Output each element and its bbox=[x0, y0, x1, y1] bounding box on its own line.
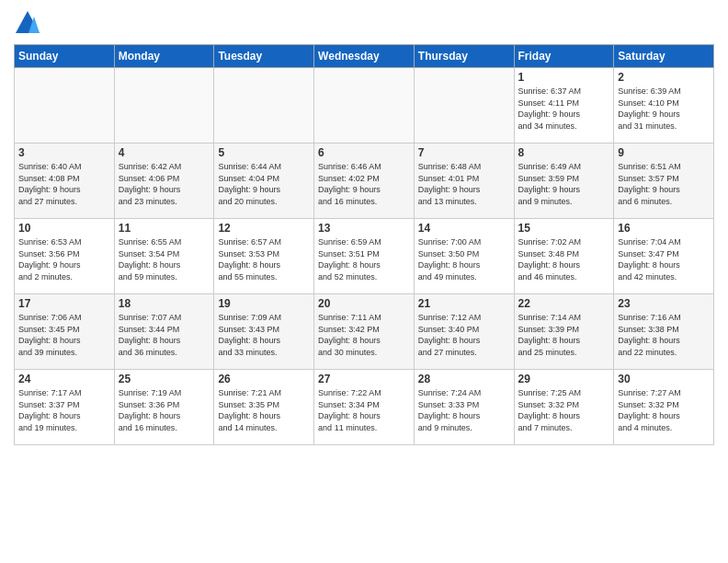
calendar-cell: 15Sunrise: 7:02 AM Sunset: 3:48 PM Dayli… bbox=[514, 219, 614, 294]
day-info: Sunrise: 7:25 AM Sunset: 3:32 PM Dayligh… bbox=[518, 387, 610, 433]
day-number: 7 bbox=[418, 146, 510, 159]
day-number: 17 bbox=[18, 297, 110, 310]
calendar-cell: 12Sunrise: 6:57 AM Sunset: 3:53 PM Dayli… bbox=[214, 219, 314, 294]
day-number: 6 bbox=[318, 146, 410, 159]
calendar-cell: 21Sunrise: 7:12 AM Sunset: 3:40 PM Dayli… bbox=[414, 294, 514, 370]
day-info: Sunrise: 7:07 AM Sunset: 3:44 PM Dayligh… bbox=[119, 312, 210, 358]
day-number: 13 bbox=[318, 222, 410, 235]
weekday-header-row: SundayMondayTuesdayWednesdayThursdayFrid… bbox=[15, 45, 714, 68]
day-info: Sunrise: 7:21 AM Sunset: 3:35 PM Dayligh… bbox=[218, 387, 310, 433]
day-number: 2 bbox=[618, 71, 710, 84]
week-row-4: 17Sunrise: 7:06 AM Sunset: 3:45 PM Dayli… bbox=[15, 294, 714, 370]
day-number: 1 bbox=[518, 71, 610, 84]
day-info: Sunrise: 6:57 AM Sunset: 3:53 PM Dayligh… bbox=[218, 236, 310, 282]
day-info: Sunrise: 6:55 AM Sunset: 3:54 PM Dayligh… bbox=[119, 236, 210, 282]
calendar-cell bbox=[114, 68, 214, 144]
calendar-cell: 4Sunrise: 6:42 AM Sunset: 4:06 PM Daylig… bbox=[114, 144, 214, 219]
day-info: Sunrise: 7:22 AM Sunset: 3:34 PM Dayligh… bbox=[318, 387, 410, 433]
calendar-cell: 6Sunrise: 6:46 AM Sunset: 4:02 PM Daylig… bbox=[314, 144, 415, 219]
day-number: 25 bbox=[119, 373, 210, 385]
calendar-cell: 10Sunrise: 6:53 AM Sunset: 3:56 PM Dayli… bbox=[15, 219, 115, 294]
day-info: Sunrise: 6:44 AM Sunset: 4:04 PM Dayligh… bbox=[218, 161, 310, 207]
day-number: 15 bbox=[518, 222, 610, 235]
calendar-cell bbox=[414, 68, 514, 144]
day-info: Sunrise: 6:48 AM Sunset: 4:01 PM Dayligh… bbox=[418, 161, 510, 207]
day-number: 18 bbox=[119, 297, 210, 310]
calendar-cell: 13Sunrise: 6:59 AM Sunset: 3:51 PM Dayli… bbox=[314, 219, 415, 294]
day-number: 22 bbox=[518, 297, 610, 310]
week-row-5: 24Sunrise: 7:17 AM Sunset: 3:37 PM Dayli… bbox=[15, 370, 714, 445]
calendar-cell: 20Sunrise: 7:11 AM Sunset: 3:42 PM Dayli… bbox=[314, 294, 415, 370]
day-number: 20 bbox=[318, 297, 410, 310]
day-number: 9 bbox=[618, 146, 710, 159]
day-info: Sunrise: 7:04 AM Sunset: 3:47 PM Dayligh… bbox=[618, 236, 710, 282]
calendar-cell: 26Sunrise: 7:21 AM Sunset: 3:35 PM Dayli… bbox=[214, 370, 314, 445]
calendar-cell: 28Sunrise: 7:24 AM Sunset: 3:33 PM Dayli… bbox=[414, 370, 514, 445]
calendar-cell bbox=[314, 68, 415, 144]
day-number: 28 bbox=[418, 373, 510, 385]
day-number: 30 bbox=[618, 373, 710, 385]
day-number: 27 bbox=[318, 373, 410, 385]
day-info: Sunrise: 7:00 AM Sunset: 3:50 PM Dayligh… bbox=[418, 236, 510, 282]
calendar-cell: 29Sunrise: 7:25 AM Sunset: 3:32 PM Dayli… bbox=[514, 370, 614, 445]
day-number: 19 bbox=[218, 297, 310, 310]
day-info: Sunrise: 7:06 AM Sunset: 3:45 PM Dayligh… bbox=[18, 312, 110, 358]
day-info: Sunrise: 7:27 AM Sunset: 3:32 PM Dayligh… bbox=[618, 387, 710, 433]
calendar-cell: 30Sunrise: 7:27 AM Sunset: 3:32 PM Dayli… bbox=[614, 370, 714, 445]
day-number: 26 bbox=[218, 373, 310, 385]
day-info: Sunrise: 7:02 AM Sunset: 3:48 PM Dayligh… bbox=[518, 236, 610, 282]
day-number: 5 bbox=[218, 146, 310, 159]
day-info: Sunrise: 7:16 AM Sunset: 3:38 PM Dayligh… bbox=[618, 312, 710, 358]
day-info: Sunrise: 7:24 AM Sunset: 3:33 PM Dayligh… bbox=[418, 387, 510, 433]
day-number: 3 bbox=[18, 146, 110, 159]
calendar-cell bbox=[15, 68, 115, 144]
calendar-cell: 23Sunrise: 7:16 AM Sunset: 3:38 PM Dayli… bbox=[614, 294, 714, 370]
calendar-cell: 19Sunrise: 7:09 AM Sunset: 3:43 PM Dayli… bbox=[214, 294, 314, 370]
day-info: Sunrise: 6:59 AM Sunset: 3:51 PM Dayligh… bbox=[318, 236, 410, 282]
day-info: Sunrise: 6:40 AM Sunset: 4:08 PM Dayligh… bbox=[18, 161, 110, 207]
calendar-cell: 3Sunrise: 6:40 AM Sunset: 4:08 PM Daylig… bbox=[15, 144, 115, 219]
day-number: 24 bbox=[18, 373, 110, 385]
calendar-cell: 9Sunrise: 6:51 AM Sunset: 3:57 PM Daylig… bbox=[614, 144, 714, 219]
weekday-header-tuesday: Tuesday bbox=[214, 45, 314, 68]
day-info: Sunrise: 7:12 AM Sunset: 3:40 PM Dayligh… bbox=[418, 312, 510, 358]
calendar-cell: 18Sunrise: 7:07 AM Sunset: 3:44 PM Dayli… bbox=[114, 294, 214, 370]
day-number: 29 bbox=[518, 373, 610, 385]
page: SundayMondayTuesdayWednesdayThursdayFrid… bbox=[0, 0, 728, 563]
calendar-cell: 8Sunrise: 6:49 AM Sunset: 3:59 PM Daylig… bbox=[514, 144, 614, 219]
calendar-table: SundayMondayTuesdayWednesdayThursdayFrid… bbox=[14, 44, 714, 445]
calendar-cell: 1Sunrise: 6:37 AM Sunset: 4:11 PM Daylig… bbox=[514, 68, 614, 144]
day-number: 21 bbox=[418, 297, 510, 310]
week-row-2: 3Sunrise: 6:40 AM Sunset: 4:08 PM Daylig… bbox=[15, 144, 714, 219]
calendar-cell: 27Sunrise: 7:22 AM Sunset: 3:34 PM Dayli… bbox=[314, 370, 415, 445]
day-number: 11 bbox=[119, 222, 210, 235]
weekday-header-saturday: Saturday bbox=[614, 45, 714, 68]
calendar-cell bbox=[214, 68, 314, 144]
day-number: 10 bbox=[18, 222, 110, 235]
calendar-cell: 17Sunrise: 7:06 AM Sunset: 3:45 PM Dayli… bbox=[15, 294, 115, 370]
weekday-header-monday: Monday bbox=[114, 45, 214, 68]
calendar-cell: 2Sunrise: 6:39 AM Sunset: 4:10 PM Daylig… bbox=[614, 68, 714, 144]
day-number: 12 bbox=[218, 222, 310, 235]
day-info: Sunrise: 7:17 AM Sunset: 3:37 PM Dayligh… bbox=[18, 387, 110, 433]
day-info: Sunrise: 7:11 AM Sunset: 3:42 PM Dayligh… bbox=[318, 312, 410, 358]
day-number: 4 bbox=[119, 146, 210, 159]
logo-icon bbox=[14, 9, 41, 37]
day-info: Sunrise: 6:37 AM Sunset: 4:11 PM Dayligh… bbox=[518, 86, 610, 132]
day-info: Sunrise: 6:46 AM Sunset: 4:02 PM Dayligh… bbox=[318, 161, 410, 207]
calendar-cell: 25Sunrise: 7:19 AM Sunset: 3:36 PM Dayli… bbox=[114, 370, 214, 445]
calendar-cell: 16Sunrise: 7:04 AM Sunset: 3:47 PM Dayli… bbox=[614, 219, 714, 294]
day-number: 8 bbox=[518, 146, 610, 159]
day-number: 14 bbox=[418, 222, 510, 235]
day-info: Sunrise: 6:53 AM Sunset: 3:56 PM Dayligh… bbox=[18, 236, 110, 282]
day-info: Sunrise: 6:42 AM Sunset: 4:06 PM Dayligh… bbox=[119, 161, 210, 207]
day-number: 16 bbox=[618, 222, 710, 235]
weekday-header-friday: Friday bbox=[514, 45, 614, 68]
calendar-cell: 14Sunrise: 7:00 AM Sunset: 3:50 PM Dayli… bbox=[414, 219, 514, 294]
logo bbox=[14, 9, 45, 37]
day-info: Sunrise: 6:39 AM Sunset: 4:10 PM Dayligh… bbox=[618, 86, 710, 132]
week-row-3: 10Sunrise: 6:53 AM Sunset: 3:56 PM Dayli… bbox=[15, 219, 714, 294]
day-info: Sunrise: 7:09 AM Sunset: 3:43 PM Dayligh… bbox=[218, 312, 310, 358]
weekday-header-wednesday: Wednesday bbox=[314, 45, 415, 68]
day-info: Sunrise: 7:19 AM Sunset: 3:36 PM Dayligh… bbox=[119, 387, 210, 433]
